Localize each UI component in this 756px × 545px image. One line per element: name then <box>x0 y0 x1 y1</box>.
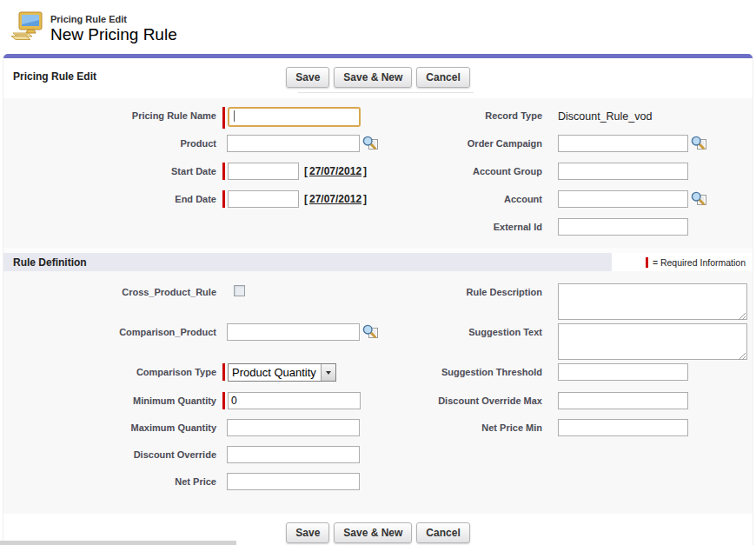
lookup-icon[interactable] <box>362 324 379 342</box>
form-row: End Date [27/07/2012] Account <box>3 190 753 218</box>
top-button-group: Save Save & New Cancel <box>3 67 753 88</box>
suggestion-threshold-input[interactable] <box>558 363 688 381</box>
account-group-input[interactable] <box>558 163 688 180</box>
field-label: Discount Override <box>3 446 216 460</box>
required-legend-text: = Required Information <box>653 257 746 268</box>
product-input[interactable] <box>227 135 360 152</box>
field-label: Pricing Rule Name <box>3 107 216 121</box>
field-label: Account Group <box>393 163 542 176</box>
bracket: ] <box>363 193 367 205</box>
field-label: Record Type <box>393 107 542 121</box>
required-indicator <box>646 257 648 268</box>
field-label: Net Price Min <box>393 419 542 433</box>
form-row: Discount Override <box>3 446 753 473</box>
date-hint: [27/07/2012] <box>304 190 367 205</box>
cross-product-rule-checkbox[interactable] <box>234 285 245 296</box>
rule-description-textarea[interactable] <box>558 283 747 320</box>
comparison-type-select[interactable]: Product Quantity <box>228 363 336 382</box>
maximum-quantity-input[interactable] <box>227 419 360 436</box>
bottom-edge-strip <box>0 541 236 545</box>
section-title-edit: Pricing Rule Edit <box>13 70 96 83</box>
form-row: Cross_Product_Rule Rule Description <box>3 283 753 323</box>
chevron-down-icon <box>326 371 331 375</box>
field-label: End Date <box>3 190 216 204</box>
field-label: Rule Description <box>393 283 542 297</box>
information-section: Pricing Rule Name Record Type Discount_R… <box>3 98 753 248</box>
lookup-icon[interactable] <box>362 136 379 154</box>
field-label: Net Price <box>3 473 216 487</box>
breadcrumb: Pricing Rule Edit <box>50 14 177 24</box>
field-label: Account <box>393 190 542 204</box>
textarea-wrap <box>558 283 747 323</box>
external-id-input[interactable] <box>558 218 688 236</box>
discount-override-max-input[interactable] <box>558 392 688 409</box>
save-button[interactable]: Save <box>286 67 329 88</box>
bracket: [ <box>304 165 308 177</box>
required-indicator <box>222 392 225 409</box>
field-label: Discount Override Max <box>393 392 542 406</box>
save-button[interactable]: Save <box>286 522 329 543</box>
bracket: [ <box>304 193 308 205</box>
save-and-new-button[interactable]: Save & New <box>334 522 412 543</box>
field-label: Minimum Quantity <box>3 392 216 406</box>
net-price-min-input[interactable] <box>558 419 688 436</box>
minimum-quantity-input[interactable] <box>228 392 361 409</box>
end-date-input[interactable] <box>228 190 299 208</box>
end-date-today-link[interactable]: 27/07/2012 <box>309 193 361 205</box>
field-label: Order Campaign <box>393 135 542 149</box>
record-type-value: Discount_Rule_vod <box>558 107 652 123</box>
save-and-new-button[interactable]: Save & New <box>334 67 412 88</box>
textarea-wrap <box>558 323 747 363</box>
required-indicator <box>222 363 225 381</box>
masthead: Pricing Rule Edit New Pricing Rule <box>0 0 756 54</box>
field-label: Product <box>3 135 216 149</box>
form-row: Comparison_Product Suggestion Text <box>3 323 753 363</box>
dropdown-button[interactable] <box>321 364 335 381</box>
form-row: External Id <box>3 218 753 246</box>
page-title: New Pricing Rule <box>50 25 177 44</box>
required-indicator <box>222 107 225 129</box>
lookup-icon[interactable] <box>691 136 707 154</box>
discount-override-input[interactable] <box>227 446 360 463</box>
field-label: Comparison Type <box>3 363 216 377</box>
start-date-input[interactable] <box>228 163 299 180</box>
field-label: Cross_Product_Rule <box>3 283 216 297</box>
form-row: Comparison Type Product Quantity Suggest… <box>3 363 753 392</box>
cancel-button[interactable]: Cancel <box>416 522 469 543</box>
focused-input-wrap <box>228 107 361 127</box>
field-label: Start Date <box>3 163 216 176</box>
net-price-input[interactable] <box>227 473 360 490</box>
cancel-button[interactable]: Cancel <box>416 67 469 88</box>
field-label: Suggestion Threshold <box>393 363 542 377</box>
form-row: Pricing Rule Name Record Type Discount_R… <box>3 107 753 135</box>
field-label: Comparison_Product <box>3 323 216 337</box>
form-row: Net Price <box>3 473 753 500</box>
field-label: External Id <box>393 218 542 232</box>
required-legend: = Required Information <box>612 253 753 271</box>
text-caret <box>234 110 235 122</box>
form-row: Maximum Quantity Net Price Min <box>3 419 753 446</box>
required-indicator <box>222 190 225 208</box>
bracket: ] <box>363 165 367 177</box>
rule-definition-section: Cross_Product_Rule Rule Description Comp… <box>3 271 753 514</box>
pricing-rule-edit-page: Pricing Rule Edit New Pricing Rule Prici… <box>0 0 756 545</box>
form-row: Start Date [27/07/2012] Account Group <box>3 163 753 190</box>
suggestion-text-textarea[interactable] <box>558 323 747 360</box>
lookup-icon[interactable] <box>691 191 707 209</box>
pricing-rule-name-input[interactable] <box>229 110 359 125</box>
comparison-product-input[interactable] <box>227 323 360 341</box>
selected-option: Product Quantity <box>229 364 321 381</box>
start-date-today-link[interactable]: 27/07/2012 <box>309 165 361 177</box>
order-campaign-input[interactable] <box>558 135 688 152</box>
rule-definition-header: Rule Definition = Required Information <box>3 253 753 271</box>
account-input[interactable] <box>558 190 688 208</box>
edit-panel: Pricing Rule Edit Save Save & New Cancel… <box>3 54 753 545</box>
section-title-rule-definition: Rule Definition <box>3 253 612 271</box>
required-indicator <box>222 163 225 180</box>
field-label: Maximum Quantity <box>3 419 216 433</box>
field-label: Suggestion Text <box>393 323 542 337</box>
masthead-titles: Pricing Rule Edit New Pricing Rule <box>50 14 177 44</box>
form-row: Minimum Quantity Discount Override Max <box>3 392 753 419</box>
desktop-computer-icon <box>9 10 43 47</box>
top-action-row: Pricing Rule Edit Save Save & New Cancel <box>3 58 753 98</box>
